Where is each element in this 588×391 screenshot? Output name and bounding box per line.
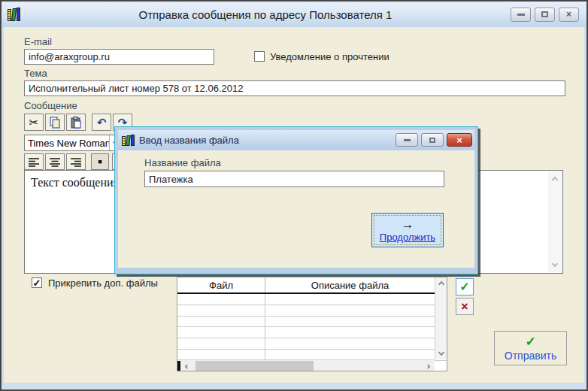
file-cell [177, 327, 265, 338]
email-input[interactable]: info@araxgroup.ru [24, 49, 214, 65]
paste-button[interactable] [66, 114, 86, 131]
undo-icon: ↶ [97, 116, 107, 129]
table-row[interactable] [177, 338, 447, 350]
checkmark-icon: ✓ [33, 278, 41, 288]
attachments-table: Файл Описание файла ‹ › [177, 277, 447, 371]
description-cell [265, 350, 447, 360]
cut-button[interactable]: ✂ [24, 114, 44, 131]
column-header-description: Описание файла [265, 277, 435, 292]
table-header: Файл Описание файла [177, 277, 447, 294]
send-button[interactable]: ✓ Отправить [494, 331, 567, 365]
scroll-down-icon [552, 261, 558, 267]
column-header-file: Файл [177, 277, 265, 292]
x-icon: × [461, 301, 468, 313]
arrow-right-icon: → [402, 218, 414, 231]
continue-button-label: Продолжить [380, 232, 435, 243]
confirm-attachment-button[interactable]: ✓ [456, 278, 474, 296]
align-right-icon [70, 157, 82, 167]
restore-icon [429, 138, 435, 143]
main-titlebar: Отправка сообщения по адресу Пользовател… [2, 2, 586, 27]
scroll-up-icon [438, 281, 444, 287]
description-cell [265, 338, 447, 349]
message-label: Сообщение [24, 100, 77, 111]
copy-icon [49, 117, 61, 129]
align-left-icon [28, 157, 40, 167]
delete-attachment-button[interactable]: × [456, 298, 474, 315]
restore-icon [541, 11, 548, 17]
copy-button[interactable] [45, 114, 65, 131]
message-text: Текст сообщения [31, 176, 119, 189]
description-cell [265, 294, 447, 305]
filename-input[interactable]: Платежка [144, 171, 444, 187]
table-vertical-scrollbar[interactable] [435, 277, 447, 359]
minimize-icon [517, 14, 525, 16]
attach-files-checkbox[interactable]: ✓ [32, 277, 42, 288]
window-title: Отправка сообщения по адресу Пользовател… [20, 8, 511, 21]
font-select-value: Times New Roman [25, 138, 109, 149]
table-rows [177, 294, 447, 361]
description-cell [265, 327, 447, 338]
dialog-minimize-button[interactable] [396, 133, 418, 147]
subject-input[interactable]: Исполнительный лист номер 578 от 12.06.2… [24, 80, 565, 96]
dialog-books-icon [122, 135, 135, 146]
attach-files-label: Прикрепить доп. файлы [48, 277, 158, 289]
dialog-body: Название файла Платежка → Продолжить [118, 150, 474, 268]
minimize-icon [404, 139, 411, 141]
scroll-up-icon [552, 177, 558, 183]
close-button[interactable]: × [559, 8, 579, 22]
file-cell [177, 317, 265, 327]
align-right-button[interactable] [66, 153, 86, 170]
filename-label: Название файла [144, 157, 221, 168]
align-center-button[interactable] [45, 153, 65, 170]
description-cell [265, 317, 447, 327]
table-row[interactable] [177, 305, 447, 317]
align-left-button[interactable] [24, 153, 44, 170]
check-icon: ✓ [459, 281, 469, 293]
dialog-restore-button[interactable] [421, 133, 444, 147]
table-horizontal-scrollbar[interactable]: ‹ › [177, 359, 435, 371]
read-receipt-checkbox[interactable] [254, 51, 265, 62]
file-cell [177, 294, 265, 305]
description-cell [265, 305, 447, 316]
continue-button[interactable]: → Продолжить [371, 213, 444, 247]
email-label: E-mail [24, 36, 52, 47]
minimize-button[interactable] [511, 8, 531, 22]
restore-button[interactable] [535, 8, 555, 22]
dialog-titlebar: Ввод названия файла × [118, 130, 474, 150]
undo-button[interactable]: ↶ [92, 114, 111, 131]
dialog-title: Ввод названия файла [139, 135, 393, 146]
table-row[interactable] [177, 327, 447, 338]
send-button-label: Отправить [505, 350, 556, 362]
align-center-icon [49, 157, 61, 167]
scrollbar-thumb[interactable] [195, 361, 314, 371]
bullet-icon: ■ [98, 158, 102, 165]
close-icon: × [456, 135, 462, 146]
cut-icon: ✂ [29, 116, 39, 129]
app-books-icon [8, 8, 20, 21]
main-window: Отправка сообщения по адресу Пользовател… [0, 0, 588, 391]
file-cell [177, 305, 265, 316]
read-receipt-label: Уведомление о прочтении [270, 51, 389, 62]
table-row[interactable] [177, 294, 447, 305]
scroll-left-icon[interactable]: ‹ [180, 361, 192, 371]
table-row[interactable] [177, 317, 447, 328]
check-icon: ✓ [525, 335, 535, 348]
scroll-right-icon[interactable]: › [423, 361, 435, 371]
message-scrollbar[interactable] [548, 171, 562, 272]
subject-label: Тема [24, 68, 47, 79]
paste-icon [70, 117, 82, 129]
file-cell [177, 338, 265, 349]
close-icon: × [566, 10, 571, 19]
dialog-close-button[interactable]: × [447, 133, 472, 147]
font-select[interactable]: Times New Roman [24, 135, 123, 151]
bullet-list-button[interactable]: ■ [91, 153, 109, 170]
filename-dialog: Ввод названия файла × Название файла Пла… [114, 126, 478, 274]
scroll-down-icon [438, 350, 444, 356]
file-cell [177, 350, 265, 360]
